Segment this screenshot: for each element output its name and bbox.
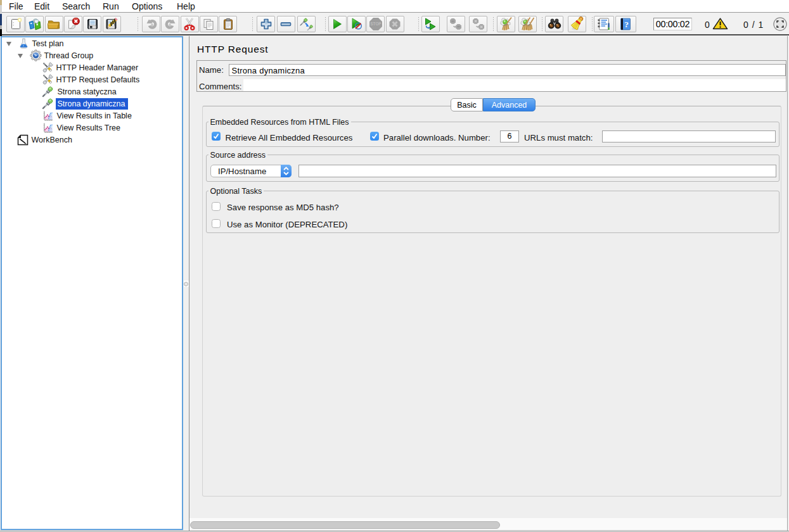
svg-text:STOP: STOP — [370, 22, 382, 26]
svg-text:?: ? — [624, 20, 629, 29]
